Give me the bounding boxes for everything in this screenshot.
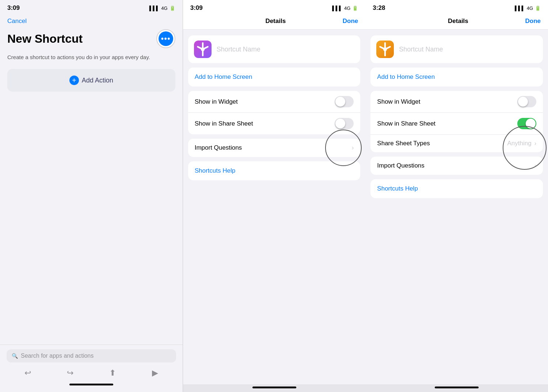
share-sheet-types-row-3[interactable]: Share Sheet Types Anything › [370,134,543,152]
toggle-knob-3 [518,97,528,107]
import-questions-label-2: Import Questions [195,144,242,151]
show-widget-row-3: Show in Widget [370,91,543,112]
toggle-knob-2 [335,119,345,128]
shortcuts-help-row-2[interactable]: Shortcuts Help [188,161,361,180]
show-share-row-3: Show in Share Sheet [370,112,543,134]
add-home-card-2[interactable]: Add to Home Screen [188,68,361,87]
status-bar-2: 3:09 ▌▌▌ 4G 🔋 [183,0,366,14]
network-label-1: 4G [161,5,167,11]
shortcuts-help-label-2: Shortcuts Help [195,167,236,174]
title-row: New Shortcut ••• [7,29,175,48]
shortcut-name-row-2: Shortcut Name [188,35,361,63]
import-questions-row-2[interactable]: Import Questions › [188,139,361,157]
shortcut-name-row-3: Shortcut Name [370,35,543,63]
done-button-3[interactable]: Done [525,18,541,25]
phone-panel-2: 3:09 ▌▌▌ 4G 🔋 Details Done Shortcut Name [183,0,366,392]
add-home-row-3[interactable]: Add to Home Screen [370,68,543,87]
battery-icon-3: 🔋 [535,5,541,11]
details-nav-3: Details Done [365,14,548,30]
shortcut-icon-purple [194,41,212,58]
subtitle-text: Create a shortcut to actions you do in y… [7,53,175,61]
add-action-label: Add Action [82,77,113,84]
toggle-knob-on-3 [526,119,536,128]
panel1-header: Cancel New Shortcut ••• Create a shortcu… [0,14,183,100]
status-bar-3: 3:28 ▌▌▌ 4G 🔋 [365,0,548,14]
status-icons-2: ▌▌▌ 4G 🔋 [332,5,358,11]
import-questions-card-3[interactable]: Import Questions › [370,157,543,175]
show-share-toggle-2[interactable] [335,118,354,129]
details-title-2: Details [265,18,286,25]
done-button-2[interactable]: Done [343,18,358,25]
share-icon[interactable]: ⬆ [109,368,116,378]
show-share-label-2: Show in Share Sheet [195,120,253,127]
details-title-3: Details [448,18,468,25]
chevron-icon-import-3: › [534,162,536,169]
status-time-1: 3:09 [7,4,20,12]
home-indicator-3 [435,387,479,388]
import-questions-card-2[interactable]: Import Questions › [188,139,361,157]
shortcut-symbol-icon [194,41,212,58]
cancel-button[interactable]: Cancel [7,16,27,26]
play-icon[interactable]: ▶ [152,368,158,378]
shortcuts-help-row-3[interactable]: Shortcuts Help [370,179,543,198]
add-home-card-3[interactable]: Add to Home Screen [370,68,543,87]
network-label-2: 4G [344,5,350,11]
status-bar-1: 3:09 ▌▌▌ 4G 🔋 [0,0,183,14]
show-widget-toggle-3[interactable] [517,96,536,107]
shortcuts-help-card-2[interactable]: Shortcuts Help [188,161,361,180]
details-content-3: Shortcut Name Add to Home Screen Show in… [365,30,548,384]
phone-panel-3: 3:28 ▌▌▌ 4G 🔋 Details Done Shortcut Name [365,0,548,392]
toggle-card-2: Show in Widget Show in Share Sheet [188,91,361,134]
import-questions-label-3: Import Questions [377,162,424,169]
shortcut-name-card-3: Shortcut Name [370,35,543,63]
dots-inner: ••• [159,31,173,46]
shortcut-name-input-3[interactable]: Shortcut Name [399,46,443,53]
import-questions-row-3[interactable]: Import Questions › [370,157,543,175]
home-indicator-2 [252,387,296,388]
show-share-label-3: Show in Share Sheet [377,120,435,127]
new-shortcut-title: New Shortcut [7,32,83,46]
show-widget-row-2: Show in Widget [188,91,361,112]
share-sheet-types-label-3: Share Sheet Types [377,140,430,147]
share-sheet-types-right: Anything › [507,140,537,147]
shortcut-icon-orange [376,41,394,58]
shortcuts-help-card-3[interactable]: Shortcuts Help [370,179,543,198]
details-content-2: Shortcut Name Add to Home Screen Show in… [183,30,366,384]
redo-icon[interactable]: ↪ [67,368,73,378]
toggle-knob [335,97,345,107]
signal-icon-2: ▌▌▌ [332,5,342,11]
show-widget-label-2: Show in Widget [195,98,238,105]
add-home-label-2: Add to Home Screen [195,73,252,80]
search-bar[interactable]: 🔍 Search for apps and actions [7,349,176,362]
add-home-label-3: Add to Home Screen [377,73,435,80]
battery-icon-2: 🔋 [352,5,358,11]
network-label-3: 4G [527,5,533,11]
shortcut-symbol-icon-3 [376,41,394,58]
more-options-button[interactable]: ••• [156,29,175,48]
add-action-button[interactable]: + Add Action [7,69,175,92]
show-share-toggle-3[interactable] [517,118,536,129]
show-share-row-2: Show in Share Sheet [188,112,361,134]
bottom-toolbar: ↩ ↪ ⬆ ▶ [7,367,176,381]
anything-label-3: Anything [507,140,532,147]
show-widget-label-3: Show in Widget [377,98,420,105]
add-home-row-2[interactable]: Add to Home Screen [188,68,361,87]
dots-icon: ••• [161,35,171,43]
panel1-bottom-bar: 🔍 Search for apps and actions ↩ ↪ ⬆ ▶ [0,345,183,392]
signal-icon-3: ▌▌▌ [515,5,525,11]
shortcut-name-input-2[interactable]: Shortcut Name [217,46,260,53]
undo-icon[interactable]: ↩ [24,368,31,378]
battery-icon-1: 🔋 [170,5,175,11]
status-icons-1: ▌▌▌ 4G 🔋 [149,5,175,11]
shortcut-name-card-2: Shortcut Name [188,35,361,63]
show-widget-toggle-2[interactable] [335,96,354,107]
phone-panel-1: 3:09 ▌▌▌ 4G 🔋 Cancel New Shortcut ••• Cr… [0,0,183,392]
home-indicator-1 [69,384,113,385]
svg-point-0 [201,47,205,51]
shortcuts-help-label-3: Shortcuts Help [377,185,418,192]
status-icons-3: ▌▌▌ 4G 🔋 [515,5,541,11]
status-time-2: 3:09 [190,4,203,12]
plus-icon: + [69,76,79,85]
search-placeholder: Search for apps and actions [21,353,94,359]
chevron-icon-3: › [534,140,536,147]
